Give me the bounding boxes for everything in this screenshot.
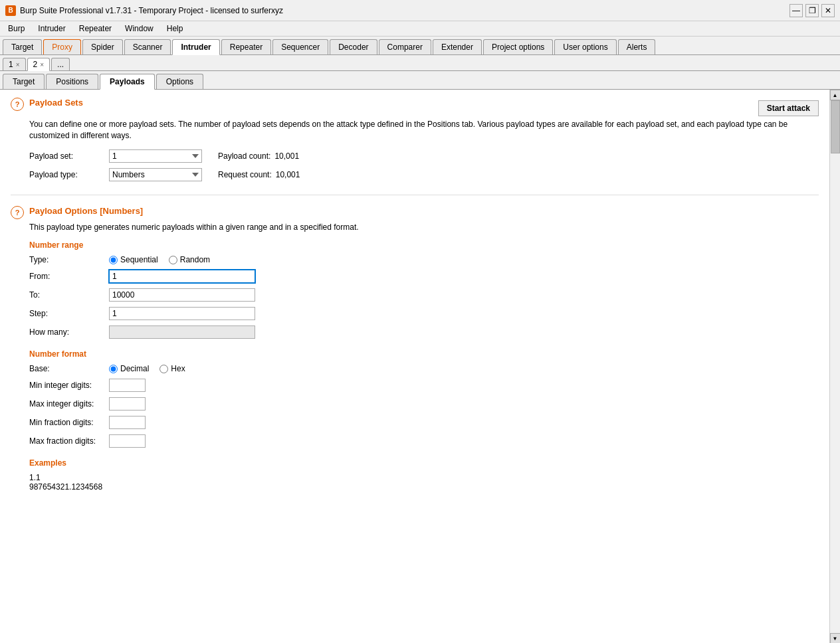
payload-options-section: ? Payload Options [Numbers] This payload…: [11, 206, 819, 492]
min-int-input[interactable]: [109, 379, 146, 392]
example-1: 1.1: [29, 473, 819, 482]
payload-sets-title: Payload Sets: [29, 98, 83, 108]
payload-options-title: Payload Options [Numbers]: [29, 206, 143, 216]
max-frac-input[interactable]: [109, 434, 146, 448]
number-format-title: Number format: [29, 349, 819, 359]
payload-sets-description: You can define one or more payload sets.…: [29, 119, 819, 141]
tab-proxy[interactable]: Proxy: [43, 39, 81, 54]
menu-intruder[interactable]: Intruder: [33, 23, 70, 35]
random-radio-label[interactable]: Random: [169, 255, 210, 264]
decimal-radio-label[interactable]: Decimal: [109, 364, 149, 373]
content-tab-options[interactable]: Options: [156, 74, 203, 89]
title-bar: B Burp Suite Professional v1.7.31 - Temp…: [0, 0, 840, 21]
content-tab-target[interactable]: Target: [3, 74, 45, 89]
instance-tabs: 1 × 2 × ...: [0, 55, 840, 71]
tab-user-options[interactable]: User options: [554, 39, 616, 54]
close-button[interactable]: ✕: [821, 4, 835, 17]
menu-bar: Burp Intruder Repeater Window Help: [0, 21, 840, 37]
min-frac-label: Min fraction digits:: [29, 418, 109, 427]
payload-sets-section: ? Payload Sets Start attack You can defi…: [11, 98, 819, 181]
min-frac-input[interactable]: [109, 416, 146, 429]
menu-help[interactable]: Help: [161, 23, 189, 35]
tab-project-options[interactable]: Project options: [483, 39, 553, 54]
instance-tab-2[interactable]: 2 ×: [27, 58, 51, 71]
scroll-up-button[interactable]: ▲: [830, 90, 841, 100]
content-tab-payloads[interactable]: Payloads: [100, 74, 155, 90]
step-input[interactable]: [109, 307, 255, 320]
base-label: Base:: [29, 364, 109, 373]
scrollbar[interactable]: ▲ ▼: [829, 90, 840, 643]
tab-target[interactable]: Target: [3, 39, 42, 54]
instance-tab-2-close[interactable]: ×: [40, 61, 44, 68]
instance-tab-1-label: 1: [9, 60, 13, 69]
tab-extender[interactable]: Extender: [433, 39, 482, 54]
tab-comparer[interactable]: Comparer: [379, 39, 431, 54]
from-input[interactable]: [109, 270, 255, 283]
payload-sets-help-icon[interactable]: ?: [11, 98, 24, 111]
decimal-label: Decimal: [120, 364, 149, 373]
base-radio-group: Decimal Hex: [109, 364, 185, 373]
payload-type-select[interactable]: Numbers Simple list Runtime file: [109, 168, 202, 181]
payload-options-description: This payload type generates numeric payl…: [29, 222, 819, 233]
section-divider: [11, 195, 819, 195]
instance-tab-1-close[interactable]: ×: [16, 61, 20, 68]
maximize-button[interactable]: ❐: [805, 4, 819, 17]
random-label: Random: [180, 255, 210, 264]
tab-alerts[interactable]: Alerts: [618, 39, 656, 54]
minimize-button[interactable]: —: [789, 4, 803, 17]
payload-options-help-icon[interactable]: ?: [11, 206, 24, 219]
step-label: Step:: [29, 309, 109, 318]
tab-repeater[interactable]: Repeater: [221, 39, 271, 54]
instance-tab-2-label: 2: [33, 60, 38, 69]
max-int-input[interactable]: [109, 397, 146, 411]
max-int-label: Max integer digits:: [29, 399, 109, 409]
payload-count-value: 10,001: [274, 151, 299, 161]
tab-spider[interactable]: Spider: [82, 39, 123, 54]
instance-tab-more-label: ...: [57, 60, 64, 69]
to-label: To:: [29, 290, 109, 300]
content-tab-positions[interactable]: Positions: [46, 74, 98, 89]
hex-radio[interactable]: [159, 365, 168, 373]
sequential-label: Sequential: [120, 255, 158, 264]
tab-intruder[interactable]: Intruder: [172, 39, 219, 55]
start-attack-button[interactable]: Start attack: [758, 100, 819, 116]
scroll-down-button[interactable]: ▼: [830, 633, 841, 643]
sequential-radio[interactable]: [109, 256, 118, 264]
from-label: From:: [29, 272, 109, 281]
hex-label: Hex: [171, 364, 185, 373]
payload-type-label: Payload type:: [29, 170, 109, 179]
tab-sequencer[interactable]: Sequencer: [272, 39, 328, 54]
window-title: Burp Suite Professional v1.7.31 - Tempor…: [20, 6, 283, 15]
how-many-label: How many:: [29, 327, 109, 337]
payload-count-label: Payload count:: [218, 151, 270, 161]
instance-tab-1[interactable]: 1 ×: [3, 58, 26, 70]
max-frac-label: Max fraction digits:: [29, 436, 109, 446]
tab-decoder[interactable]: Decoder: [330, 39, 377, 54]
main-content: ? Payload Sets Start attack You can defi…: [0, 90, 840, 643]
instance-tab-more[interactable]: ...: [51, 58, 70, 70]
payload-set-select[interactable]: 1 2: [109, 149, 202, 163]
min-int-label: Min integer digits:: [29, 381, 109, 390]
decimal-radio[interactable]: [109, 365, 118, 373]
content-tabs: Target Positions Payloads Options: [0, 71, 840, 90]
menu-window[interactable]: Window: [120, 23, 159, 35]
menu-repeater[interactable]: Repeater: [74, 23, 117, 35]
request-count-value: 10,001: [276, 170, 300, 179]
menu-burp[interactable]: Burp: [3, 23, 30, 35]
type-radio-group: Sequential Random: [109, 255, 210, 264]
main-tabs: Target Proxy Spider Scanner Intruder Rep…: [0, 37, 840, 55]
request-count-label: Request count:: [218, 170, 272, 179]
to-input[interactable]: [109, 288, 255, 302]
random-radio[interactable]: [169, 256, 177, 264]
examples-title: Examples: [29, 458, 819, 468]
scroll-thumb[interactable]: [831, 100, 840, 153]
sequential-radio-label[interactable]: Sequential: [109, 255, 158, 264]
example-2: 987654321.1234568: [29, 482, 819, 492]
tab-scanner[interactable]: Scanner: [124, 39, 171, 54]
hex-radio-label[interactable]: Hex: [159, 364, 185, 373]
type-label: Type:: [29, 255, 109, 264]
scroll-area[interactable]: ? Payload Sets Start attack You can defi…: [0, 90, 829, 643]
number-range-title: Number range: [29, 240, 819, 250]
how-many-input[interactable]: [109, 325, 255, 339]
payload-set-label: Payload set:: [29, 151, 109, 161]
